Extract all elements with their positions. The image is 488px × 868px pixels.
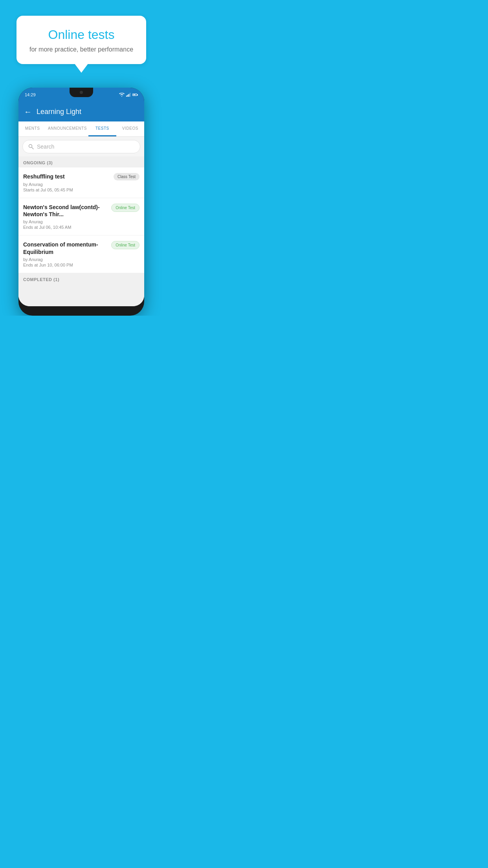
- phone-mockup: 14:29: [18, 88, 144, 316]
- status-bar: 14:29: [18, 88, 144, 102]
- status-icons: [119, 93, 138, 97]
- app-bar-title: Learning Light: [37, 108, 81, 116]
- search-bar[interactable]: Search: [22, 140, 140, 153]
- svg-rect-0: [126, 96, 127, 97]
- signal-icon: [126, 93, 131, 97]
- search-input[interactable]: Search: [37, 143, 54, 150]
- test-card-3[interactable]: Conservation of momentum-Equilibrium Onl…: [18, 235, 144, 273]
- battery-icon: [132, 94, 138, 96]
- back-button[interactable]: ←: [24, 107, 32, 116]
- status-time: 14:29: [25, 92, 36, 97]
- test-by-1: by Anurag: [23, 182, 139, 187]
- wifi-icon: [119, 93, 125, 97]
- phone-inner: ← Learning Light MENTS ANNOUNCEMENTS TES…: [18, 102, 144, 306]
- bubble-subtitle: for more practice, better performance: [28, 46, 135, 53]
- search-container: Search: [18, 137, 144, 156]
- ongoing-section-header: ONGOING (3): [18, 156, 144, 167]
- completed-section-header: COMPLETED (1): [18, 273, 144, 284]
- svg-rect-1: [127, 95, 128, 97]
- content-area: ONGOING (3) Reshuffling test Class Test …: [18, 156, 144, 306]
- svg-line-5: [32, 147, 34, 149]
- tab-ments[interactable]: MENTS: [18, 121, 46, 136]
- front-camera: [80, 91, 83, 94]
- hero-section: Online tests for more practice, better p…: [0, 0, 163, 64]
- test-badge-1: Class Test: [114, 173, 139, 180]
- test-time-1: Starts at Jul 05, 05:45 PM: [23, 188, 139, 192]
- svg-rect-3: [130, 93, 130, 97]
- tabs-bar: MENTS ANNOUNCEMENTS TESTS VIDEOS: [18, 121, 144, 137]
- test-card-1[interactable]: Reshuffling test Class Test by Anurag St…: [18, 167, 144, 198]
- test-badge-2: Online Test: [111, 204, 139, 212]
- test-title-1: Reshuffling test: [23, 173, 110, 180]
- test-by-2: by Anurag: [23, 219, 139, 224]
- notch: [70, 88, 93, 97]
- tab-videos[interactable]: VIDEOS: [116, 121, 144, 136]
- test-time-3: Ends at Jun 10, 06:00 PM: [23, 263, 139, 267]
- search-icon: [28, 144, 34, 149]
- phone-wrapper: 14:29: [0, 88, 163, 316]
- svg-rect-2: [128, 94, 129, 97]
- app-bar: ← Learning Light: [18, 102, 144, 121]
- test-badge-3: Online Test: [111, 241, 139, 249]
- bubble-title: Online tests: [28, 28, 135, 42]
- tab-tests[interactable]: TESTS: [88, 121, 116, 136]
- test-title-2: Newton's Second law(contd)-Newton's Thir…: [23, 204, 108, 218]
- tab-announcements[interactable]: ANNOUNCEMENTS: [46, 121, 88, 136]
- test-by-3: by Anurag: [23, 257, 139, 262]
- test-card-2[interactable]: Newton's Second law(contd)-Newton's Thir…: [18, 198, 144, 235]
- test-time-2: Ends at Jul 06, 10:45 AM: [23, 225, 139, 230]
- test-title-3: Conservation of momentum-Equilibrium: [23, 241, 108, 255]
- speech-bubble: Online tests for more practice, better p…: [17, 16, 146, 64]
